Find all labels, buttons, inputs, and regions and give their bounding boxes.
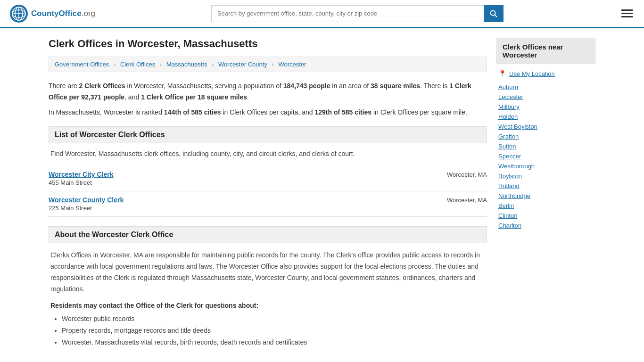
use-location-link[interactable]: Use My Location	[509, 70, 555, 77]
logo-county: CountyOffice	[31, 9, 82, 18]
about-section: About the Worcester Clerk Office Clerks …	[49, 226, 487, 348]
breadcrumb-sep: ›	[212, 61, 214, 68]
sidebar-nearby-link[interactable]: West Boylston	[496, 122, 595, 132]
page-title: Clerk Offices in Worcester, Massachusett…	[49, 38, 487, 50]
per-capita: 92,371	[81, 93, 101, 101]
area: 38	[371, 82, 378, 90]
office-city-city-clerk: Worcester, MA	[447, 171, 487, 178]
bullet-item: Worcester public records	[62, 313, 487, 325]
logo-text: CountyOffice.org	[31, 9, 95, 18]
sidebar-nearby-link[interactable]: Northbridge	[496, 191, 595, 201]
breadcrumb-massachusetts[interactable]: Massachusetts	[166, 61, 207, 68]
menu-line	[621, 9, 633, 11]
search-button[interactable]	[484, 5, 504, 22]
sidebar-nearby-link[interactable]: Grafton	[496, 132, 595, 141]
stats-section: There are 2 Clerk Offices in Worcester, …	[49, 81, 487, 118]
total-cities: 585	[191, 108, 202, 116]
sidebar-nearby-link[interactable]: Charlton	[496, 221, 595, 230]
office-address-row: 455 Main Street	[49, 179, 487, 186]
header: CountyOffice.org	[0, 0, 644, 28]
sidebar-nearby-link[interactable]: Auburn	[496, 82, 595, 92]
office-name-city-clerk[interactable]: Worcester City Clerk	[49, 171, 113, 178]
office-row: Worcester City Clerk Worcester, MA	[49, 171, 487, 178]
breadcrumb-worcester[interactable]: Worcester	[278, 61, 306, 68]
main-container: Clerk Offices in Worcester, Massachusett…	[39, 28, 605, 358]
svg-line-7	[495, 15, 497, 17]
sidebar-nearby-link[interactable]: Westborough	[496, 161, 595, 171]
list-section-desc: Find Worcester, Massachusetts clerk offi…	[49, 150, 487, 157]
breadcrumb: Government Offices › Clerk Offices › Mas…	[49, 57, 487, 72]
clerk-count: 2	[79, 82, 83, 90]
sidebar-nearby-link[interactable]: Leicester	[496, 92, 595, 102]
office-item: Worcester County Clerk Worcester, MA 225…	[49, 191, 487, 217]
rank-capita: 144th	[164, 108, 182, 116]
sidebar-nearby-link[interactable]: Spencer	[496, 151, 595, 161]
use-my-location: 📍 Use My Location	[496, 69, 595, 78]
search-input[interactable]	[211, 5, 484, 22]
office-item: Worcester City Clerk Worcester, MA 455 M…	[49, 166, 487, 191]
sidebar: Clerk Offices near Worcester 📍 Use My Lo…	[496, 38, 595, 348]
sidebar-nearby-link[interactable]: Clinton	[496, 211, 595, 221]
sidebar-nearby-link[interactable]: Sutton	[496, 141, 595, 151]
breadcrumb-worcester-county[interactable]: Worcester County	[218, 61, 267, 68]
menu-line	[621, 13, 633, 14]
search-area	[211, 5, 504, 22]
logo: CountyOffice.org	[9, 4, 95, 23]
location-pin-icon: 📍	[498, 70, 506, 77]
sidebar-header: Clerk Offices near Worcester	[496, 38, 595, 64]
content: Clerk Offices in Worcester, Massachusett…	[49, 38, 487, 348]
logo-icon	[9, 4, 28, 23]
sidebar-nearby-link[interactable]: Rutland	[496, 181, 595, 191]
per-sq-mile: 18	[198, 93, 205, 101]
office-name-county-clerk[interactable]: Worcester County Clerk	[49, 196, 124, 204]
about-section-header: About the Worcester Clerk Office	[49, 226, 487, 243]
breadcrumb-gov-offices[interactable]: Government Offices	[55, 61, 109, 68]
office-address-county-clerk: 225 Main Street	[49, 205, 92, 212]
list-section: List of Worcester Clerk Offices Find Wor…	[49, 126, 487, 217]
menu-button[interactable]	[619, 8, 635, 19]
population: 184,743	[283, 82, 307, 90]
office-address-city-clerk: 455 Main Street	[49, 179, 92, 186]
residents-label: Residents may contact the Office of the …	[49, 302, 487, 309]
office-city-county-clerk: Worcester, MA	[447, 197, 487, 204]
sidebar-links: AuburnLeicesterMillburyHoldenWest Boylst…	[496, 82, 595, 230]
search-icon	[490, 10, 497, 17]
breadcrumb-sep: ›	[272, 61, 273, 68]
sidebar-nearby-link[interactable]: Holden	[496, 112, 595, 122]
menu-line	[621, 16, 633, 17]
svg-point-6	[491, 10, 495, 15]
rank-sq-mile: 129th	[314, 108, 332, 116]
about-text: Clerks Offices in Worcester, MA are resp…	[49, 250, 487, 295]
office-address-row: 225 Main Street	[49, 205, 487, 212]
list-section-header: List of Worcester Clerk Offices	[49, 126, 487, 143]
sidebar-nearby-link[interactable]: Millbury	[496, 102, 595, 112]
bullet-list: Worcester public records Property record…	[49, 313, 487, 349]
logo-org: .org	[82, 9, 95, 18]
breadcrumb-sep: ›	[160, 61, 162, 68]
bullet-item: Worcester, Massachusetts vital records, …	[62, 337, 487, 348]
sidebar-nearby-link[interactable]: Boylston	[496, 171, 595, 181]
breadcrumb-clerk-offices[interactable]: Clerk Offices	[120, 61, 155, 68]
breadcrumb-sep: ›	[114, 61, 116, 68]
sidebar-nearby-link[interactable]: Berlin	[496, 201, 595, 211]
bullet-item: Property records, mortgage records and t…	[62, 325, 487, 337]
total-cities2: 585	[342, 108, 353, 116]
office-row: Worcester County Clerk Worcester, MA	[49, 196, 487, 204]
